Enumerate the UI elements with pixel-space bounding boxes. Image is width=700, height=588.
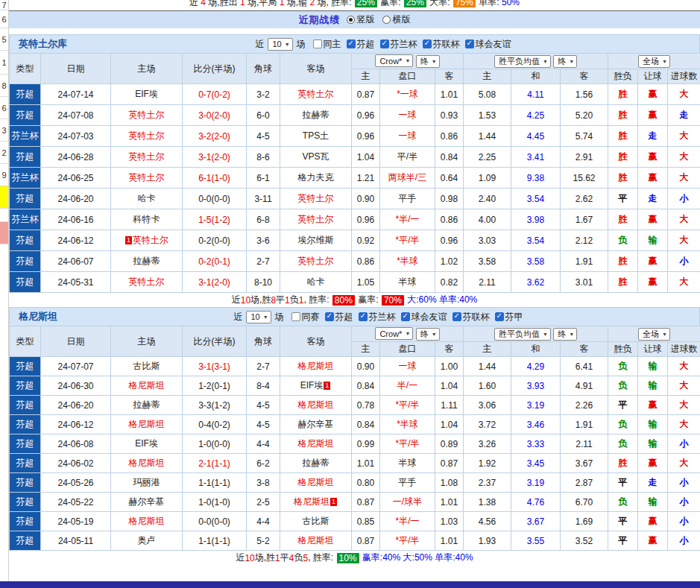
away-team-link[interactable]: 英特土尔	[298, 89, 334, 99]
checkbox-checked-icon[interactable]	[453, 312, 461, 321]
odds-source-select[interactable]: Crow*▼	[375, 54, 413, 67]
odds-time-select[interactable]: 终▼	[416, 328, 440, 341]
avg-time-select[interactable]: 终▼	[553, 55, 577, 68]
away-team-link[interactable]: 格尼斯坦	[298, 477, 334, 487]
scope-select[interactable]: 全场▼	[638, 328, 670, 341]
home-team-link[interactable]: 奥卢	[138, 535, 156, 546]
league-filter-checkbox[interactable]: 芬联杯	[423, 38, 460, 51]
scope-select[interactable]: 全场▼	[638, 55, 670, 68]
home-team-link[interactable]: 英特土尔	[129, 151, 165, 162]
home-team-link[interactable]: EIF埃	[135, 89, 158, 99]
home-odds-cell: 0.87	[352, 84, 380, 105]
radio-selected-icon[interactable]	[347, 16, 355, 24]
away-team-link[interactable]: 英特土尔	[298, 193, 334, 203]
handicap-result-cell: 赢	[638, 105, 668, 126]
checkbox-checked-icon[interactable]	[401, 312, 410, 321]
same-condition-checkbox[interactable]: 同赛	[291, 311, 320, 323]
checkbox-checked-icon[interactable]	[423, 39, 432, 48]
home-team-link[interactable]: 英特土尔	[129, 276, 165, 287]
home-team-link[interactable]: 古比斯	[133, 361, 160, 371]
away-team-link[interactable]: EIF埃	[300, 380, 324, 391]
home-team-link[interactable]: 格尼斯坦	[129, 380, 165, 391]
checkbox-checked-icon[interactable]	[325, 312, 334, 321]
home-team-cell: EIF埃	[111, 84, 183, 105]
league-type-cell: 芬兰杯	[10, 209, 41, 230]
chevron-down-icon: ▼	[662, 59, 667, 64]
handicap-cell: 半球	[380, 272, 435, 293]
home-team-link[interactable]: 拉赫蒂	[133, 256, 160, 266]
home-team-link[interactable]: 科特卡	[133, 214, 160, 224]
away-team-link[interactable]: 埃尔维斯	[298, 235, 334, 245]
home-team-link[interactable]: 英特土尔	[129, 172, 165, 183]
home-team-link[interactable]: 玛丽港	[133, 477, 160, 487]
same-condition-checkbox[interactable]: 同主	[313, 38, 341, 51]
away-team-link[interactable]: 格尼斯坦	[298, 535, 334, 546]
home-team-link[interactable]: EIF埃	[135, 438, 158, 449]
league-filter-checkbox[interactable]: 芬超	[347, 38, 375, 51]
league-filter-checkbox[interactable]: 芬超	[325, 311, 353, 323]
team-name-link[interactable]: 英特土尔库	[19, 37, 67, 51]
checkbox-checked-icon[interactable]	[380, 39, 389, 48]
away-team-link[interactable]: 英特土尔	[298, 214, 334, 224]
corner-cell: 2-7	[247, 357, 280, 376]
home-team-link[interactable]: 拉赫蒂	[133, 399, 160, 410]
away-team-link[interactable]: 格力夫克	[298, 172, 334, 183]
away-team-link[interactable]: 格尼斯坦	[298, 438, 334, 449]
home-team-cell: 英特土尔	[111, 147, 183, 168]
away-team-cell: 埃尔维斯	[280, 230, 352, 251]
col-avg-draw: 和	[511, 342, 561, 357]
league-filter-checkbox[interactable]: 芬甲	[495, 311, 523, 323]
checkbox-icon[interactable]	[313, 39, 322, 48]
home-team-link[interactable]: 格尼斯坦	[129, 516, 165, 526]
match-row: 芬超24-05-31英特土尔3-1(2-0)8-10哈卡1.05半球0.822.…	[10, 272, 700, 293]
odds-source-select[interactable]: Crow*▼	[375, 327, 413, 340]
away-team-link[interactable]: 拉赫蒂	[303, 458, 329, 468]
home-team-link[interactable]: 英特土尔	[129, 110, 165, 120]
away-odds-cell: 0.64	[435, 168, 464, 189]
checkbox-checked-icon[interactable]	[359, 312, 368, 321]
home-team-link[interactable]: 哈卡	[138, 193, 156, 203]
team-name-link[interactable]: 格尼斯坦	[19, 310, 57, 323]
recent-count-select[interactable]: 10▼	[246, 311, 271, 323]
away-team-link[interactable]: 英特土尔	[298, 256, 334, 266]
checkbox-checked-icon[interactable]	[495, 312, 504, 321]
avg-type-select[interactable]: 胜平负均值▼	[494, 55, 551, 68]
result-cell: 胜	[608, 272, 638, 293]
match-row: 芬超24-06-12格尼斯坦0-4(0-2)4-5赫尔辛基0.84*半球1.04…	[10, 415, 700, 434]
avg-home-odds-cell: 1.38	[464, 493, 511, 512]
away-team-link[interactable]: 拉赫蒂	[303, 110, 329, 120]
league-filter-checkbox[interactable]: 芬联杯	[453, 311, 490, 323]
away-team-link[interactable]: TPS土	[303, 130, 329, 141]
recent-count-select[interactable]: 10▼	[268, 38, 292, 51]
checkbox-icon[interactable]	[291, 312, 300, 321]
home-team-link[interactable]: 赫尔辛基	[129, 496, 165, 507]
avg-type-select[interactable]: 胜平负均值▼	[494, 328, 551, 341]
away-team-link[interactable]: 格尼斯坦	[294, 496, 329, 507]
avg-time-select[interactable]: 终▼	[553, 328, 577, 341]
league-filter-checkbox[interactable]: 芬兰杯	[380, 38, 417, 51]
handicap-cell: 一/球半	[380, 493, 435, 512]
away-team-link[interactable]: 格尼斯坦	[298, 399, 334, 410]
home-team-link[interactable]: 英特土尔	[133, 235, 168, 245]
stat-text: 赢率:	[378, 0, 403, 7]
odds-time-select[interactable]: 终▼	[416, 55, 440, 68]
stat-text: , 胜率:	[303, 294, 331, 306]
away-team-link[interactable]: 格尼斯坦	[298, 361, 334, 371]
layout-radio[interactable]: 横版	[382, 13, 411, 26]
away-team-cell: 赫尔辛基	[280, 415, 352, 434]
away-team-link[interactable]: 哈卡	[307, 276, 325, 287]
checkbox-checked-icon[interactable]	[347, 39, 356, 48]
away-team-link[interactable]: VPS瓦	[302, 151, 329, 162]
away-team-link[interactable]: 赫尔辛基	[298, 419, 334, 429]
home-team-link[interactable]: 英特土尔	[129, 130, 165, 141]
home-team-link[interactable]: 格尼斯坦	[129, 458, 165, 468]
checkbox-checked-icon[interactable]	[465, 39, 474, 48]
layout-radio[interactable]: 竖版	[347, 13, 375, 26]
away-team-link[interactable]: 古比斯	[303, 516, 329, 526]
league-filter-checkbox[interactable]: 芬兰杯	[359, 311, 396, 323]
radio-icon[interactable]	[382, 16, 391, 24]
league-filter-checkbox[interactable]: 球会友谊	[465, 38, 511, 51]
league-filter-checkbox[interactable]: 球会友谊	[401, 311, 447, 323]
home-team-link[interactable]: 格尼斯坦	[129, 419, 165, 429]
goals-result-cell: 大	[668, 376, 700, 396]
